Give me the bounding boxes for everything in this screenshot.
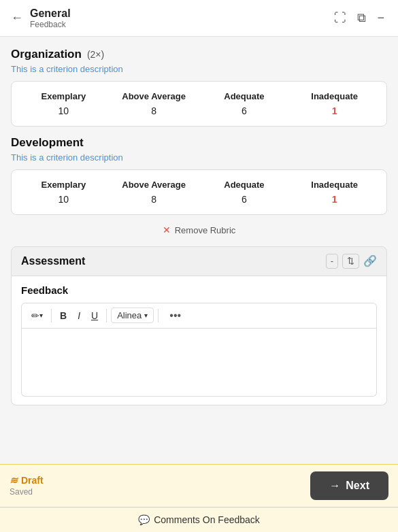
dev-col-exemplary-value: 10 — [18, 194, 109, 205]
org-col-above-value: 8 — [109, 105, 199, 116]
org-col-inadequate: Inadequate 1 — [289, 91, 380, 116]
assessment-title: Assessment — [21, 255, 85, 267]
draft-label: ≋ Draft — [10, 475, 44, 486]
remove-rubric-icon: ✕ — [163, 225, 171, 235]
header-title-block: General Feedback — [30, 7, 71, 29]
development-desc: This is a criterion description — [11, 152, 387, 163]
toolbar-divider-3 — [158, 309, 159, 322]
bold-icon: B — [60, 310, 67, 321]
draft-saved-label: Saved — [10, 487, 44, 497]
italic-icon: I — [78, 310, 80, 321]
feedback-section: Feedback ✏ ▾ B I U Alinea ▾ ••• — [11, 276, 387, 405]
organization-header: Organization (2×) — [11, 48, 387, 61]
org-col-exemplary-label: Exemplary — [18, 91, 109, 101]
main-content: Organization (2×) This is a criterion de… — [0, 37, 398, 427]
org-col-inadequate-value: 1 — [289, 105, 380, 116]
organization-title: Organization — [11, 48, 82, 61]
organization-rubric-card: Exemplary 10 Above Average 8 Adequate 6 … — [11, 81, 387, 127]
dev-col-adequate: Adequate 6 — [199, 180, 290, 205]
header: ← General Feedback ⛶ ⧉ − — [0, 0, 398, 37]
next-arrow-icon: → — [329, 480, 340, 492]
org-col-inadequate-label: Inadequate — [289, 91, 380, 101]
assessment-section-header: Assessment - ⇅ 🔗 — [11, 246, 387, 276]
dev-col-inadequate-value: 1 — [289, 194, 380, 205]
pen-button[interactable]: ✏ ▾ — [27, 308, 47, 323]
dev-col-above-label: Above Average — [109, 180, 199, 190]
close-button[interactable]: − — [374, 10, 387, 27]
dev-col-adequate-label: Adequate — [199, 180, 290, 190]
development-rubric-row: Exemplary 10 Above Average 8 Adequate 6 … — [18, 180, 380, 205]
header-right: ⛶ ⧉ − — [331, 10, 387, 27]
pen-icon: ✏ — [31, 310, 39, 321]
remove-rubric-row: ✕ Remove Rubric — [11, 225, 387, 235]
assessment-minus-button[interactable]: - — [326, 254, 338, 269]
development-rubric-card: Exemplary 10 Above Average 8 Adequate 6 … — [11, 169, 387, 215]
toolbar-divider-2 — [106, 309, 107, 322]
org-col-adequate: Adequate 6 — [199, 91, 290, 116]
dev-col-exemplary-label: Exemplary — [18, 180, 109, 190]
organization-badge: (2×) — [87, 49, 104, 60]
dev-col-inadequate: Inadequate 1 — [289, 180, 380, 205]
expand-button[interactable]: ⛶ — [331, 10, 349, 27]
dev-col-exemplary: Exemplary 10 — [18, 180, 109, 205]
italic-button[interactable]: I — [73, 308, 84, 323]
assessment-controls: - ⇅ 🔗 — [326, 254, 377, 269]
bold-button[interactable]: B — [56, 308, 71, 323]
page-title: General — [30, 7, 71, 20]
bottom-main-row: ≋ Draft Saved → Next — [0, 465, 398, 507]
comments-label: Comments On Feedback — [154, 514, 260, 525]
toolbar-divider-1 — [51, 309, 52, 322]
dev-col-above-value: 8 — [109, 194, 199, 205]
next-label: Next — [346, 480, 369, 492]
org-col-adequate-value: 6 — [199, 105, 290, 116]
font-chevron-icon: ▾ — [144, 312, 148, 319]
dev-col-above-average: Above Average 8 — [109, 180, 199, 205]
pen-chevron-icon: ▾ — [39, 312, 43, 319]
assessment-arrows-button[interactable]: ⇅ — [342, 254, 359, 269]
dev-col-inadequate-label: Inadequate — [289, 180, 380, 190]
page-subtitle: Feedback — [30, 20, 71, 29]
org-col-exemplary-value: 10 — [18, 105, 109, 116]
organization-desc: This is a criterion description — [11, 64, 387, 74]
org-col-exemplary: Exemplary 10 — [18, 91, 109, 116]
editor-toolbar: ✏ ▾ B I U Alinea ▾ ••• — [21, 303, 377, 329]
copy-button[interactable]: ⧉ — [354, 10, 369, 27]
comments-row[interactable]: 💬 Comments On Feedback — [0, 507, 398, 532]
underline-icon: U — [91, 310, 98, 321]
org-col-above-average: Above Average 8 — [109, 91, 199, 116]
feedback-label: Feedback — [21, 284, 377, 296]
underline-button[interactable]: U — [87, 308, 102, 323]
back-button[interactable]: ← — [11, 11, 23, 25]
organization-rubric-row: Exemplary 10 Above Average 8 Adequate 6 … — [18, 91, 380, 116]
comments-icon: 💬 — [138, 514, 150, 525]
draft-info: ≋ Draft Saved — [10, 475, 44, 497]
dev-col-adequate-value: 6 — [199, 194, 290, 205]
org-col-above-label: Above Average — [109, 91, 199, 101]
font-dropdown[interactable]: Alinea ▾ — [111, 307, 154, 323]
header-left: ← General Feedback — [11, 7, 71, 29]
font-label: Alinea — [117, 310, 142, 320]
draft-text: Draft — [21, 475, 44, 486]
development-header: Development — [11, 136, 387, 150]
bottom-bar: ≋ Draft Saved → Next 💬 Comments On Feedb… — [0, 464, 398, 532]
development-title: Development — [11, 136, 84, 150]
draft-icon: ≋ — [10, 475, 18, 486]
remove-rubric-button[interactable]: Remove Rubric — [175, 225, 236, 235]
more-button[interactable]: ••• — [165, 307, 185, 324]
assessment-link-button[interactable]: 🔗 — [363, 254, 377, 267]
next-button[interactable]: → Next — [310, 471, 388, 500]
editor-body[interactable] — [21, 329, 377, 397]
org-col-adequate-label: Adequate — [199, 91, 290, 101]
